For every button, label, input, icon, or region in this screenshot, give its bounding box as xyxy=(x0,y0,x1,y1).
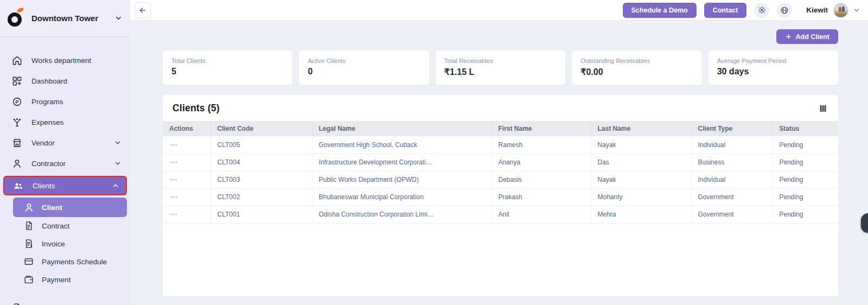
stat-card-outstanding-receivables: Outstanding Receivables₹0.00 xyxy=(572,50,701,85)
clients-card: Clients (5) ActionsClient CodeLegal Name… xyxy=(163,95,838,296)
sidebar-item-contract[interactable]: Contract xyxy=(0,217,130,235)
sidebar-item-contractor[interactable]: Contractor xyxy=(0,153,130,174)
cell-last-name: Mohanty xyxy=(591,188,691,206)
cell-legal-name: Government High School, Cuttack xyxy=(312,136,492,154)
back-button[interactable] xyxy=(135,2,151,18)
sidebar-item-programs[interactable]: PPrograms xyxy=(0,91,130,112)
cell-client-code: CLT001 xyxy=(210,206,312,223)
row-actions-button[interactable] xyxy=(163,136,210,154)
stat-label: Total Receivables xyxy=(444,58,557,64)
column-settings-button[interactable] xyxy=(818,103,828,114)
stat-label: Total Clients xyxy=(171,58,284,64)
cell-last-name: Das xyxy=(591,154,691,171)
settings-button[interactable] xyxy=(754,3,769,18)
svg-text:$: $ xyxy=(30,244,33,247)
contact-button[interactable]: Contact xyxy=(704,3,747,18)
cell-first-name: Prakash xyxy=(492,188,591,206)
sidebar-item-works-department[interactable]: Works department xyxy=(0,50,130,71)
sidebar-item-clients[interactable]: Clients xyxy=(3,176,127,195)
client-icon xyxy=(24,202,34,213)
cell-first-name: Ramesh xyxy=(492,136,591,154)
cell-status: Pending xyxy=(773,154,838,171)
row-actions-button[interactable] xyxy=(163,171,210,188)
sidebar-item-label: Clients xyxy=(33,182,112,190)
column-header-client-type: Client Type xyxy=(691,121,773,136)
column-header-client-code: Client Code xyxy=(210,121,312,136)
cell-legal-name: Bhubaneswar Municipal Corporation xyxy=(312,188,492,206)
cell-client-type: Government xyxy=(691,206,773,223)
sidebar-item-invoice[interactable]: $Invoice xyxy=(0,235,130,253)
svg-text:P: P xyxy=(16,99,19,104)
chevron-up-icon xyxy=(112,182,119,189)
cell-legal-name: Infrastructure Development Corporati… xyxy=(312,154,492,171)
table-row[interactable]: CLT003Public Works Department (OPWD)Deba… xyxy=(163,171,838,188)
cell-client-type: Individual xyxy=(691,136,773,154)
row-actions-button[interactable] xyxy=(163,154,210,171)
sidebar-item-label: Vendor xyxy=(31,139,114,147)
row-actions-button[interactable] xyxy=(163,206,210,223)
table-row[interactable]: CLT005Government High School, CuttackRam… xyxy=(163,136,838,154)
workspace-switcher[interactable]: Downtown Tower xyxy=(0,0,130,37)
cell-legal-name: Public Works Department (OPWD) xyxy=(312,171,492,188)
column-header-last-name: Last Name xyxy=(591,121,691,136)
cell-client-code: CLT003 xyxy=(210,171,312,188)
dots-icon xyxy=(169,210,204,219)
user-avatar[interactable] xyxy=(833,3,848,18)
globe-icon xyxy=(780,6,789,15)
cell-last-name: Nayak xyxy=(591,136,691,154)
edge-widget-handle[interactable] xyxy=(861,213,868,233)
invoice-icon: $ xyxy=(24,239,34,249)
table-row[interactable]: CLT002Bhubaneswar Municipal CorporationP… xyxy=(163,188,838,206)
row-actions-button[interactable] xyxy=(163,188,210,206)
cell-client-code: CLT005 xyxy=(210,136,312,154)
sidebar-item-expenses[interactable]: Expenses xyxy=(0,112,130,132)
clients-table: ActionsClient CodeLegal NameFirst NameLa… xyxy=(163,121,838,224)
stat-value: 5 xyxy=(171,67,284,77)
sidebar-item-dashboard[interactable]: Dashboard xyxy=(0,71,130,91)
dashboard-icon xyxy=(12,76,22,86)
plus-icon xyxy=(785,33,792,40)
dots-icon xyxy=(169,193,204,201)
sidebar-item-vendor[interactable]: Vendor xyxy=(0,132,130,153)
cell-client-type: Government xyxy=(691,188,773,206)
stat-value: ₹1.15 L xyxy=(444,67,557,77)
back-arrow-icon xyxy=(138,6,147,15)
expenses-icon xyxy=(12,117,22,128)
schedule-demo-button[interactable]: Schedule a Demo xyxy=(623,3,697,18)
sidebar-item-payments-schedule[interactable]: Payments Schedule xyxy=(0,253,130,271)
payments-schedule-icon xyxy=(24,257,34,267)
language-button[interactable] xyxy=(777,3,792,18)
sidebar-item-client[interactable]: Client xyxy=(13,198,127,217)
columns-icon xyxy=(819,104,827,113)
payment-icon xyxy=(24,275,34,285)
user-menu-chevron-down-icon[interactable] xyxy=(853,7,860,14)
table-row[interactable]: CLT001Odisha Construction Corporation Li… xyxy=(163,206,838,223)
clients-icon xyxy=(13,181,23,191)
user-name: Kiewit xyxy=(806,6,828,14)
chevron-down-icon[interactable] xyxy=(114,14,123,22)
stat-card-average-payment-period: Average Payment Period30 days xyxy=(709,50,838,85)
app-window: Downtown Tower Works departmentDashboard… xyxy=(0,0,868,305)
dots-icon xyxy=(169,141,204,149)
sidebar-item-partial[interactable] xyxy=(0,297,130,305)
stat-value: 0 xyxy=(308,67,420,77)
document-icon xyxy=(12,303,22,305)
chevron-down-icon xyxy=(114,139,122,147)
cell-last-name: Mehra xyxy=(591,206,691,223)
sidebar-item-payment[interactable]: Payment xyxy=(0,271,130,289)
cell-status: Pending xyxy=(773,188,838,206)
main-content: Add Client Total Clients5Active Clients0… xyxy=(130,21,868,305)
sidebar-item-label: Client xyxy=(42,204,118,212)
topbar: Schedule a Demo Contact Kiewit xyxy=(130,0,868,21)
stat-card-active-clients: Active Clients0 xyxy=(299,50,429,85)
table-row[interactable]: CLT004Infrastructure Development Corpora… xyxy=(163,154,838,171)
vendor-icon xyxy=(12,138,22,148)
add-client-button[interactable]: Add Client xyxy=(776,29,839,44)
sidebar-item-label: Expenses xyxy=(31,118,122,126)
cell-client-code: CLT002 xyxy=(210,188,312,206)
dots-icon xyxy=(169,175,204,184)
workspace-name: Downtown Tower xyxy=(31,14,114,23)
cell-last-name: Nayak xyxy=(591,171,691,188)
sidebar-nav: Works departmentDashboardPProgramsExpens… xyxy=(0,37,130,305)
sidebar-item-label: Contract xyxy=(42,222,122,230)
